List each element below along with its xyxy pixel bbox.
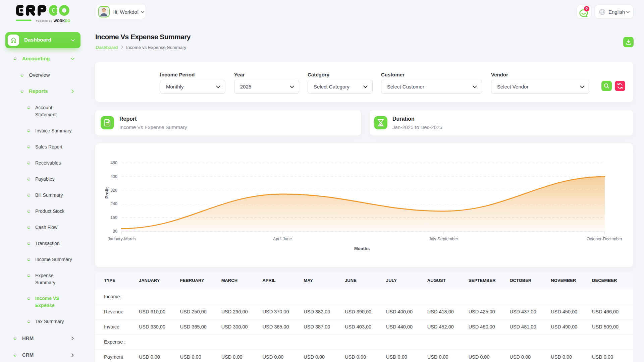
svg-text:WORKDO: WORKDO	[54, 19, 70, 23]
svg-text:Powered By: Powered By	[36, 20, 52, 22]
